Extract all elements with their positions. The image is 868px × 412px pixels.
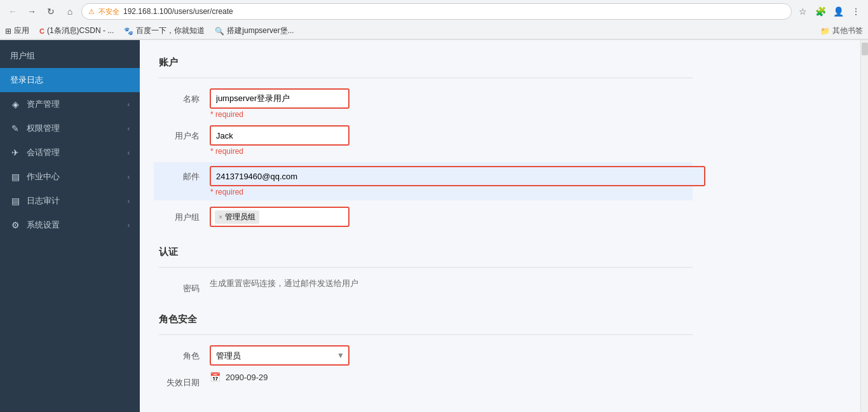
bookmark-jumpserver[interactable]: 🔍 搭建jumpserver堡... [215,25,294,36]
usergroup-label: 用户组 [159,207,210,223]
log-arrow-icon: ‹ [128,198,130,205]
scrollbar[interactable] [860,40,868,412]
log-label: 日志审计 [27,195,121,207]
name-field: required [210,88,693,119]
content-inner: 账户 名称 required 用户名 required 邮件 [140,40,712,412]
security-icon: ⚠ [88,8,95,16]
perm-icon: ✎ [10,123,20,134]
role-select-wrapper: 管理员 ▼ [210,345,349,366]
menu-button[interactable]: ⋮ [849,4,863,18]
auth-section-title: 认证 [159,240,693,268]
expire-date-value: 2090-09-29 [226,373,268,382]
csdn-label: (1条消息)CSDN - ... [47,25,114,36]
name-row: 名称 required [159,88,693,119]
sidebar-label: 用户组 [10,50,130,62]
browser-chrome: ← → ↻ ⌂ ⚠ 不安全 192.168.1.100/users/user/c… [0,0,868,40]
perm-label: 权限管理 [27,123,121,134]
baidu-icon: 🐾 [124,27,133,36]
url-text: 192.168.1.100/users/user/create [123,7,233,16]
apps-label: 应用 [14,25,29,36]
sidebar-item-job-center[interactable]: ▤ 作业中心 ‹ [0,165,140,189]
password-label: 密码 [159,278,210,294]
sidebar-item-perm-mgmt[interactable]: ✎ 权限管理 ‹ [0,116,140,141]
asset-label: 资产管理 [27,99,121,110]
sidebar-item-usergroup[interactable]: 用户组 [0,44,140,68]
expire-field: 📅 2090-09-29 [210,372,693,382]
bookmark-apps[interactable]: ⊞ 应用 [5,25,29,36]
date-field: 📅 2090-09-29 [210,372,693,382]
password-hint: 生成重置密码连接，通过邮件发送给用户 [210,274,358,288]
job-label: 作业中心 [27,171,121,182]
settings-arrow-icon: ‹ [128,222,130,229]
address-bar[interactable]: ⚠ 不安全 192.168.1.100/users/user/create [81,3,792,20]
email-row: 邮件 required [154,162,693,200]
sidebar-item-loginlog[interactable]: 登录日志 [0,68,140,92]
job-arrow-icon: ‹ [128,174,130,181]
expire-label: 失效日期 [159,372,210,388]
extensions-button[interactable]: 🧩 [813,4,827,18]
other-bookmarks-label: 其他书签 [832,25,863,36]
usergroup-select[interactable]: × 管理员组 [210,207,349,227]
forward-button[interactable]: → [24,4,39,19]
password-row: 密码 生成重置密码连接，通过邮件发送给用户 [159,278,693,294]
role-select[interactable]: 管理员 [210,345,349,366]
back-button[interactable]: ← [5,4,20,19]
calendar-icon[interactable]: 📅 [210,372,220,382]
csdn-icon: C [39,27,44,35]
session-arrow-icon: ‹ [128,149,130,156]
jumpserver-icon: 🔍 [215,27,224,36]
bookmarks-right: 📁 其他书签 [820,25,863,36]
usergroup-tag: × 管理员组 [215,210,259,224]
sidebar-item-log-audit[interactable]: ▤ 日志审计 ‹ [0,189,140,213]
app-container: 用户组 登录日志 ◈ 资产管理 ‹ ✎ 权限管理 ‹ ✈ 会话管理 ‹ ▤ 作业… [0,40,868,412]
bookmark-csdn[interactable]: C (1条消息)CSDN - ... [39,25,114,36]
scrollbar-thumb[interactable] [862,43,868,55]
password-field: 生成重置密码连接，通过邮件发送给用户 [210,278,693,289]
sidebar-item-sys-settings[interactable]: ⚙ 系统设置 ‹ [0,213,140,237]
expire-row: 失效日期 📅 2090-09-29 [159,372,693,388]
main-content: 账户 名称 required 用户名 required 邮件 [140,40,860,412]
username-input[interactable] [210,125,349,146]
username-field: required [210,125,693,156]
reload-button[interactable]: ↻ [43,4,58,19]
log-icon: ▤ [10,196,20,206]
job-icon: ▤ [10,172,20,182]
jumpserver-label: 搭建jumpserver堡... [227,25,294,36]
email-required-hint: required [210,188,705,196]
sidebar-item-session-mgmt[interactable]: ✈ 会话管理 ‹ [0,141,140,165]
role-section-title: 角色安全 [159,307,693,335]
other-bookmarks[interactable]: 📁 其他书签 [820,25,863,36]
account-section-title: 账户 [159,50,693,78]
star-button[interactable]: ☆ [796,4,810,18]
security-label: 不安全 [98,7,119,17]
settings-icon: ⚙ [10,220,20,230]
username-row: 用户名 required [159,125,693,156]
usergroup-tag-label: 管理员组 [225,212,255,223]
session-label: 会话管理 [27,147,121,158]
email-field: required [210,166,705,196]
folder-icon: 📁 [820,27,830,36]
profile-button[interactable]: 👤 [831,4,845,18]
email-label: 邮件 [159,166,210,182]
arrow-icon: ‹ [128,101,130,108]
email-input[interactable] [210,166,705,186]
settings-label: 系统设置 [27,219,121,231]
session-icon: ✈ [10,148,20,158]
role-label: 角色 [159,345,210,362]
name-input[interactable] [210,88,349,109]
username-label: 用户名 [159,125,210,142]
baidu-label: 百度一下，你就知道 [136,25,205,36]
sidebar-item-asset-mgmt[interactable]: ◈ 资产管理 ‹ [0,92,140,116]
bookmarks-bar: ⊞ 应用 C (1条消息)CSDN - ... 🐾 百度一下，你就知道 🔍 搭建… [0,23,868,39]
username-required-hint: required [210,147,693,156]
usergroup-remove-btn[interactable]: × [219,213,222,221]
sidebar-loginlog-label: 登录日志 [10,74,130,86]
sidebar-header: 用户组 登录日志 [0,40,140,92]
bookmark-baidu[interactable]: 🐾 百度一下，你就知道 [124,25,205,36]
sidebar: 用户组 登录日志 ◈ 资产管理 ‹ ✎ 权限管理 ‹ ✈ 会话管理 ‹ ▤ 作业… [0,40,140,412]
browser-toolbar: ← → ↻ ⌂ ⚠ 不安全 192.168.1.100/users/user/c… [0,0,868,23]
home-button[interactable]: ⌂ [62,4,78,19]
apps-icon: ⊞ [5,27,11,36]
name-label: 名称 [159,88,210,105]
role-row: 角色 管理员 ▼ [159,345,693,366]
